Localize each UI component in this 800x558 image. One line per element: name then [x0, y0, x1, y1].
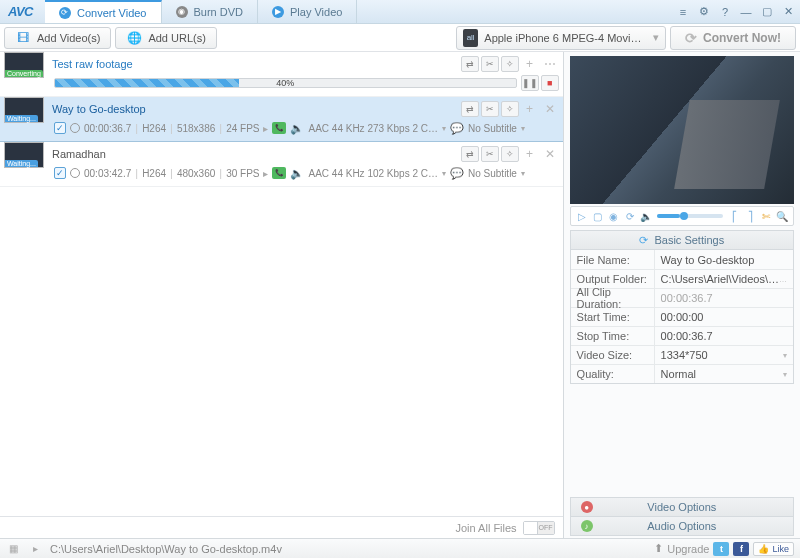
list-view-icon[interactable]: ▦	[6, 542, 20, 556]
menu-button[interactable]: ≡	[673, 3, 693, 21]
record-icon: ●	[581, 501, 593, 513]
seek-slider[interactable]	[657, 214, 723, 218]
audio-info[interactable]: AAC 44 KHz 102 Kbps 2 C…	[308, 168, 438, 179]
tab-burn-dvd[interactable]: ◉ Burn DVD	[162, 0, 259, 23]
add-icon[interactable]: +	[521, 56, 539, 72]
add-url-button[interactable]: 🌐 Add URL(s)	[115, 27, 216, 49]
chevron-down-icon: ▾	[653, 31, 659, 44]
convert-now-button[interactable]: ⟳ Convert Now!	[670, 26, 796, 50]
list-item[interactable]: Converting Test raw footage ⇄ ✂ ✧ + ⋯ 40…	[0, 52, 563, 97]
progress-fill	[55, 79, 239, 87]
add-icon[interactable]: +	[521, 101, 539, 117]
duration: 00:03:42.7	[84, 168, 131, 179]
checkbox[interactable]: ✓	[54, 167, 66, 179]
label-video-size: Video Size:	[571, 346, 655, 364]
add-icon[interactable]: +	[521, 146, 539, 162]
upgrade-button[interactable]: ⬆ Upgrade	[654, 542, 709, 555]
output-folder-field[interactable]: C:\Users\Ariel\Videos\……	[655, 270, 793, 288]
audio-options-button[interactable]: ♪ Audio Options	[570, 516, 794, 536]
cut-button[interactable]: ✂	[481, 101, 499, 117]
file-path: C:\Users\Ariel\Desktop\Way to Go-desktop…	[50, 543, 282, 555]
basic-settings-header[interactable]: ⟳ Basic Settings	[570, 230, 794, 250]
twitter-button[interactable]: t	[713, 542, 729, 556]
chevron-down-icon[interactable]: ▾	[521, 124, 525, 133]
trim-end-button[interactable]: ⎤	[743, 209, 757, 223]
zoom-button[interactable]: 🔍	[775, 209, 789, 223]
button-label: Convert Now!	[703, 31, 781, 45]
output-profile-select[interactable]: all Apple iPhone 6 MPEG-4 Movie (*.mp4) …	[456, 26, 666, 50]
trim-start-button[interactable]: ⎡	[727, 209, 741, 223]
snapshot-button[interactable]: ◉	[607, 209, 621, 223]
start-time-field[interactable]: 00:00:00	[655, 308, 793, 326]
swap-button[interactable]: ⇄	[461, 101, 479, 117]
player-controls: ▷ ▢ ◉ ⟳ 🔈 ⎡ ⎤ ✄ 🔍	[570, 206, 794, 226]
remove-icon[interactable]: ✕	[541, 101, 559, 117]
item-title: Ramadhan	[50, 148, 455, 160]
video-options-button[interactable]: ● Video Options	[570, 497, 794, 517]
pause-button[interactable]: ❚❚	[521, 75, 539, 91]
chevron-down-icon[interactable]: ▾	[442, 169, 446, 178]
filename-field[interactable]: Way to Go-desktop	[655, 250, 793, 269]
upgrade-icon: ⬆	[654, 542, 663, 555]
join-files-footer: Join All Files OFF	[0, 516, 563, 538]
swap-button[interactable]: ⇄	[461, 146, 479, 162]
chevron-down-icon[interactable]: ▾	[521, 169, 525, 178]
label-quality: Quality:	[571, 365, 655, 383]
facebook-button[interactable]: f	[733, 542, 749, 556]
effects-button[interactable]: ✧	[501, 56, 519, 72]
stop-time-field[interactable]: 00:00:36.7	[655, 327, 793, 345]
video-resolution: 480x360	[177, 168, 215, 179]
tab-label: Convert Video	[77, 7, 147, 19]
label: Like	[772, 544, 789, 554]
clip-duration-value: 00:00:36.7	[655, 289, 793, 307]
maximize-button[interactable]: ▢	[757, 3, 777, 21]
cut-clip-button[interactable]: ✄	[759, 209, 773, 223]
minimize-button[interactable]: —	[736, 3, 756, 21]
video-size-select[interactable]: 1334*750▾	[655, 346, 793, 364]
clock-icon	[70, 123, 80, 133]
settings-button[interactable]: ⚙	[694, 3, 714, 21]
step-button[interactable]: ▢	[591, 209, 605, 223]
label-filename: File Name:	[571, 250, 655, 269]
duration: 00:00:36.7	[84, 123, 131, 134]
stop-button[interactable]: ■	[541, 75, 559, 91]
tab-label: Play Video	[290, 6, 342, 18]
remove-icon[interactable]: ✕	[541, 146, 559, 162]
remove-icon[interactable]: ⋯	[541, 56, 559, 72]
join-toggle[interactable]: OFF	[523, 521, 555, 535]
effects-button[interactable]: ✧	[501, 101, 519, 117]
burn-icon: ◉	[176, 6, 188, 18]
play-icon: ▶	[272, 6, 284, 18]
volume-button[interactable]: 🔈	[639, 209, 653, 223]
audio-info[interactable]: AAC 44 KHz 273 Kbps 2 C…	[308, 123, 438, 134]
help-button[interactable]: ?	[715, 3, 735, 21]
globe-plus-icon: 🌐	[126, 30, 142, 46]
cut-button[interactable]: ✂	[481, 146, 499, 162]
like-button[interactable]: 👍 Like	[753, 542, 794, 556]
label-start-time: Start Time:	[571, 308, 655, 326]
chevron-down-icon[interactable]: ▾	[442, 124, 446, 133]
tab-label: Burn DVD	[194, 6, 244, 18]
close-button[interactable]: ✕	[778, 3, 798, 21]
progress-label: 40%	[276, 78, 294, 88]
subtitle-select[interactable]: No Subtitle	[468, 123, 517, 134]
file-list-panel: Converting Test raw footage ⇄ ✂ ✧ + ⋯ 40…	[0, 52, 564, 538]
quality-select[interactable]: Normal▾	[655, 365, 793, 383]
chevron-right-icon[interactable]: ▸	[28, 542, 42, 556]
status-bar: ▦ ▸ C:\Users\Ariel\Desktop\Way to Go-des…	[0, 538, 800, 558]
label: Audio Options	[647, 520, 716, 532]
tab-play-video[interactable]: ▶ Play Video	[258, 0, 357, 23]
add-video-button[interactable]: 🎞 Add Video(s)	[4, 27, 111, 49]
video-preview[interactable]	[570, 56, 794, 204]
item-tools: ⇄ ✂ ✧ + ⋯	[461, 56, 559, 72]
list-item[interactable]: Waiting... Ramadhan ⇄ ✂ ✧ + ✕ ✓ 00:03:42…	[0, 142, 563, 187]
effects-button[interactable]: ✧	[501, 146, 519, 162]
tab-convert-video[interactable]: ⟳ Convert Video	[45, 0, 162, 23]
swap-button[interactable]: ⇄	[461, 56, 479, 72]
play-button[interactable]: ▷	[575, 209, 589, 223]
subtitle-select[interactable]: No Subtitle	[468, 168, 517, 179]
cut-button[interactable]: ✂	[481, 56, 499, 72]
list-item[interactable]: Waiting... Way to Go-desktop ⇄ ✂ ✧ + ✕ ✓…	[0, 97, 563, 142]
checkbox[interactable]: ✓	[54, 122, 66, 134]
rotate-button[interactable]: ⟳	[623, 209, 637, 223]
